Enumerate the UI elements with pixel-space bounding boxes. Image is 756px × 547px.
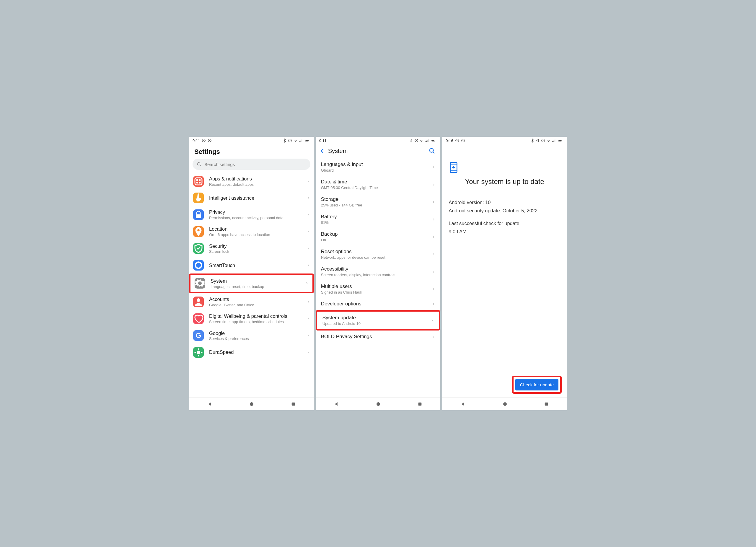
settings-row-intelligent-assistance[interactable]: Intelligent assistance bbox=[189, 190, 314, 206]
row-text: Intelligent assistance bbox=[209, 195, 305, 201]
row-title: SmartTouch bbox=[209, 262, 305, 268]
nav-recent[interactable] bbox=[544, 402, 549, 406]
g-icon: G bbox=[193, 330, 204, 341]
battery-icon bbox=[304, 139, 310, 143]
settings-row-duraspeed[interactable]: DuraSpeed bbox=[189, 344, 314, 361]
row-subtitle: Screen lock bbox=[209, 249, 305, 254]
row-text: Multiple usersSigned in as Chris Hauk bbox=[321, 284, 432, 294]
nav-recent[interactable] bbox=[291, 402, 296, 406]
chevron-right-icon bbox=[432, 200, 435, 204]
row-title: Location bbox=[209, 226, 305, 232]
wifi-icon bbox=[293, 139, 297, 143]
row-text: BOLD Privacy Settings bbox=[321, 334, 432, 340]
row-title: Backup bbox=[321, 231, 432, 237]
dnd-icon bbox=[202, 139, 206, 143]
screen-settings: 9:11 Settings Search settings Apps & not… bbox=[189, 137, 314, 410]
chevron-right-icon bbox=[432, 269, 435, 274]
nav-home[interactable] bbox=[376, 401, 381, 407]
svg-point-12 bbox=[197, 180, 198, 180]
row-title: Accounts bbox=[209, 296, 305, 302]
clock-text: 9:11 bbox=[193, 139, 200, 143]
row-title: Security bbox=[209, 243, 305, 249]
row-text: SystemLanguages, reset, time, backup bbox=[211, 278, 304, 289]
settings-row-digital-wellbeing-parental-controls[interactable]: Digital Wellbeing & parental controlsScr… bbox=[189, 310, 314, 327]
settings-row-location[interactable]: LocationOn - 6 apps have access to locat… bbox=[189, 223, 314, 240]
chevron-right-icon bbox=[307, 212, 310, 217]
system-row-languages-input[interactable]: Languages & inputGboard bbox=[316, 158, 441, 176]
signal-icon bbox=[552, 139, 556, 143]
svg-rect-8 bbox=[305, 140, 308, 141]
check-for-update-button[interactable]: Check for update bbox=[515, 379, 558, 390]
apps-icon bbox=[193, 176, 204, 187]
nav-recent[interactable] bbox=[418, 402, 422, 406]
svg-rect-26 bbox=[426, 141, 427, 142]
row-text: Date & timeGMT-05:00 Central Daylight Ti… bbox=[321, 179, 432, 190]
statusbar: 9:11 bbox=[189, 137, 314, 144]
no-sim-icon bbox=[414, 139, 418, 143]
settings-row-smarttouch[interactable]: SmartTouch bbox=[189, 257, 314, 273]
svg-rect-6 bbox=[302, 139, 302, 142]
system-row-system-update[interactable]: System updateUpdated to Android 10 bbox=[316, 310, 441, 331]
nav-back[interactable] bbox=[207, 401, 213, 407]
row-title: BOLD Privacy Settings bbox=[321, 334, 432, 340]
nav-back[interactable] bbox=[334, 401, 339, 407]
back-button[interactable] bbox=[318, 147, 326, 155]
settings-row-google[interactable]: GGoogleServices & preferences bbox=[189, 327, 314, 344]
system-row-date-time[interactable]: Date & timeGMT-05:00 Central Daylight Ti… bbox=[316, 176, 441, 193]
search-button[interactable] bbox=[428, 147, 436, 155]
svg-rect-30 bbox=[432, 140, 435, 141]
nav-home[interactable] bbox=[502, 401, 508, 407]
screen-system: 9:11 System Languages & inputGboardDate … bbox=[316, 137, 441, 410]
system-row-storage[interactable]: Storage25% used - 144 GB free bbox=[316, 193, 441, 211]
row-title: System update bbox=[322, 315, 431, 321]
settings-row-security[interactable]: SecurityScreen lock bbox=[189, 240, 314, 257]
svg-rect-31 bbox=[435, 140, 435, 141]
system-row-multiple-users[interactable]: Multiple usersSigned in as Chris Hauk bbox=[316, 280, 441, 298]
svg-point-33 bbox=[377, 402, 380, 406]
wifi-icon bbox=[420, 139, 424, 143]
statusbar: 9:16 bbox=[442, 137, 567, 144]
row-subtitle: Recent apps, default apps bbox=[209, 182, 305, 187]
settings-row-system[interactable]: SystemLanguages, reset, time, backup bbox=[189, 273, 314, 293]
row-subtitle: 25% used - 144 GB free bbox=[321, 203, 432, 207]
svg-rect-16 bbox=[196, 214, 201, 218]
nav-back[interactable] bbox=[460, 401, 466, 407]
svg-rect-4 bbox=[300, 141, 300, 142]
chevron-right-icon bbox=[432, 182, 435, 187]
nav-home[interactable] bbox=[249, 401, 254, 407]
system-row-reset-options[interactable]: Reset optionsNetwork, apps, or device ca… bbox=[316, 245, 441, 263]
svg-rect-41 bbox=[554, 140, 555, 142]
row-text: AccountsGoogle, Twitter, and Office bbox=[209, 296, 305, 307]
chevron-right-icon bbox=[432, 287, 435, 292]
titlebar: System bbox=[316, 144, 441, 158]
row-title: DuraSpeed bbox=[209, 349, 305, 355]
settings-row-accounts[interactable]: AccountsGoogle, Twitter, and Office bbox=[189, 293, 314, 310]
search-input[interactable]: Search settings bbox=[193, 159, 310, 170]
row-title: Intelligent assistance bbox=[209, 195, 305, 201]
row-title: Storage bbox=[321, 196, 432, 202]
last-check-label: Last successful check for update: bbox=[449, 220, 561, 227]
system-row-bold-privacy-settings[interactable]: BOLD Privacy Settings bbox=[316, 331, 441, 343]
row-subtitle: Updated to Android 10 bbox=[322, 321, 431, 326]
lock-icon bbox=[193, 209, 204, 220]
svg-point-10 bbox=[197, 162, 200, 165]
system-row-battery[interactable]: Battery81% bbox=[316, 211, 441, 228]
row-text: Digital Wellbeing & parental controlsScr… bbox=[209, 313, 305, 324]
row-text: BackupOn bbox=[321, 231, 432, 242]
chevron-right-icon bbox=[307, 196, 310, 200]
update-content: Your system is up to date Android versio… bbox=[442, 144, 567, 397]
system-row-accessibility[interactable]: AccessibilityScreen readers, display, in… bbox=[316, 263, 441, 280]
bluetooth-icon bbox=[283, 139, 287, 143]
svg-point-47 bbox=[503, 402, 507, 406]
svg-text:G: G bbox=[196, 331, 201, 339]
svg-rect-25 bbox=[426, 141, 426, 142]
system-row-backup[interactable]: BackupOn bbox=[316, 228, 441, 245]
settings-row-privacy[interactable]: PrivacyPermissions, account activity, pe… bbox=[189, 206, 314, 223]
settings-row-apps-notifications[interactable]: Apps & notificationsRecent apps, default… bbox=[189, 173, 314, 190]
row-text: Battery81% bbox=[321, 214, 432, 225]
svg-point-21 bbox=[197, 351, 200, 354]
shield-icon bbox=[193, 243, 204, 254]
row-title: Date & time bbox=[321, 179, 432, 185]
system-row-developer-options[interactable]: Developer options bbox=[316, 298, 441, 310]
row-text: SecurityScreen lock bbox=[209, 243, 305, 254]
